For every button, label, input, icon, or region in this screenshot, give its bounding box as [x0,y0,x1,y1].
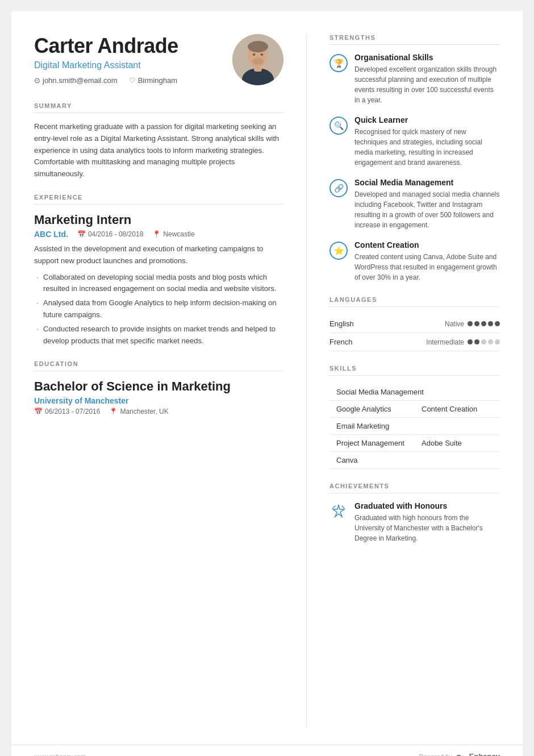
dot-1-4 [495,339,500,344]
candidate-name: Carter Andrade [34,34,178,58]
location-value: Birmingham [138,76,177,85]
job-location-0: 📍 Newcastle [152,230,194,238]
summary-text: Recent marketing graduate with a passion… [34,121,283,180]
svg-point-6 [261,53,263,56]
dot-0-3 [488,321,493,326]
brand-name: Enhancv [469,752,500,756]
edu-degree-0: Bachelor of Science in Marketing [34,379,283,394]
summary-section: SUMMARY Recent marketing graduate with a… [34,102,283,180]
strength-item-0: 🏆 Organisational Skills Developed excell… [329,53,500,105]
strength-name-3: Content Creation [354,240,500,250]
experience-section: EXPERIENCE Marketing Intern ABC Ltd. 📅 0… [34,194,283,347]
strength-content-0: Organisational Skills Developed excellen… [354,53,500,105]
language-item-1: French Intermediate [329,333,500,351]
right-column: STRENGTHS 🏆 Organisational Skills Develo… [307,34,500,728]
lang-level-text-0: Native [445,320,464,328]
strength-item-3: ⭐ Content Creation Created content using… [329,240,500,283]
contact-info: ⊙ john.smith@email.com ♡ Birmingham [34,76,178,85]
strength-icon-0: 🏆 [329,54,348,72]
language-item-0: English Native [329,315,500,333]
strength-icon-1: 🔍 [329,117,348,135]
strength-item-1: 🔍 Quick Learner Recognised for quick mas… [329,115,500,168]
strength-icon-2: 🔗 [329,179,348,197]
lang-level-text-1: Intermediate [426,338,464,346]
skills-grid: Social Media Management Google Analytics… [329,384,500,469]
achievement-desc-0: Graduated with high honours from the Uni… [354,513,500,543]
achievements-title: ACHIEVEMENTS [329,483,500,493]
education-title: EDUCATION [34,360,283,371]
dot-1-0 [468,339,473,344]
education-section: EDUCATION Bachelor of Science in Marketi… [34,360,283,416]
dot-1-2 [481,339,486,344]
skills-title: SKILLS [329,365,500,376]
email-item: ⊙ john.smith@email.com [34,76,118,85]
pin-icon: 📍 [152,230,161,238]
skill-tag-0: Social Media Management [329,384,500,401]
strength-content-1: Quick Learner Recognised for quick maste… [354,115,500,168]
strength-name-2: Social Media Management [354,178,500,187]
edu-location-0: 📍 Manchester, UK [109,408,168,416]
footer-website: www.enhancv.com [34,753,86,757]
left-column: Carter Andrade Digital Marketing Assista… [34,34,307,728]
header-left: Carter Andrade Digital Marketing Assista… [34,34,178,85]
footer: www.enhancv.com Powered by Enhancv [11,745,523,756]
skill-tag-6: Canva [329,452,500,469]
dot-1-1 [474,339,479,344]
strength-desc-3: Created content using Canva, Adobe Suite… [354,252,500,283]
skill-tag-5: Adobe Suite [415,435,500,452]
dot-1-3 [488,339,493,344]
job-bullets-0: Collaborated on developing social media … [34,272,283,347]
dot-0-1 [474,321,479,326]
job-meta-0: ABC Ltd. 📅 04/2016 - 08/2018 📍 Newcastle [34,230,283,239]
skill-tag-4: Project Management [329,435,415,452]
email-icon: ⊙ [34,76,40,85]
bullet-0-0: Collaborated on developing social media … [34,272,283,296]
skill-tag-1: Google Analytics [329,401,415,418]
language-name-0: English [329,319,354,328]
strength-desc-2: Developed and managed social media chann… [354,189,500,230]
enhancv-logo: Enhancv [456,752,500,756]
pin-icon-edu: 📍 [109,408,118,416]
calendar-icon: 📅 [77,230,86,238]
email-value: john.smith@email.com [43,76,118,85]
svg-point-7 [252,58,264,65]
location-item: ♡ Birmingham [129,76,177,85]
achievement-item-0: Graduated with Honours Graduated with hi… [329,501,500,543]
dot-0-4 [495,321,500,326]
skill-tag-2: Content Creation [415,401,500,418]
lang-dots-0 [468,321,500,326]
achievement-icon-0 [329,502,348,521]
strength-name-0: Organisational Skills [354,53,500,62]
lang-level-0: Native [445,320,500,328]
job-item-0: Marketing Intern ABC Ltd. 📅 04/2016 - 08… [34,213,283,347]
languages-title: LANGUAGES [329,296,500,307]
resume-content: Carter Andrade Digital Marketing Assista… [11,11,523,745]
svg-point-5 [253,53,255,56]
language-name-1: French [329,338,352,346]
skills-section: SKILLS Social Media Management Google An… [329,365,500,469]
languages-section: LANGUAGES English Native [329,296,500,351]
achievements-section: ACHIEVEMENTS Graduated with Honours Grad… [329,483,500,543]
strength-desc-0: Developed excellent organization skills … [354,64,500,105]
lang-level-1: Intermediate [426,338,500,346]
summary-title: SUMMARY [34,102,283,113]
header: Carter Andrade Digital Marketing Assista… [34,34,283,85]
job-title-0: Marketing Intern [34,213,283,227]
edu-meta-0: 📅 06/2013 - 07/2016 📍 Manchester, UK [34,408,283,416]
strength-content-2: Social Media Management Developed and ma… [354,178,500,230]
footer-brand: Powered by Enhancv [419,752,500,756]
avatar-image [232,34,283,85]
company-name-0: ABC Ltd. [34,230,68,239]
strength-desc-1: Recognised for quick mastery of new tech… [354,127,500,168]
dot-0-0 [468,321,473,326]
strength-content-3: Content Creation Created content using C… [354,240,500,283]
strengths-section: STRENGTHS 🏆 Organisational Skills Develo… [329,34,500,283]
lang-dots-1 [468,339,500,344]
edu-school-0: University of Manchester [34,396,283,405]
calendar-icon-edu: 📅 [34,408,43,416]
avatar [232,34,283,85]
strength-name-1: Quick Learner [354,115,500,124]
dot-0-2 [481,321,486,326]
job-date-0: 📅 04/2016 - 08/2018 [77,230,143,238]
resume-page: Carter Andrade Digital Marketing Assista… [11,11,523,756]
